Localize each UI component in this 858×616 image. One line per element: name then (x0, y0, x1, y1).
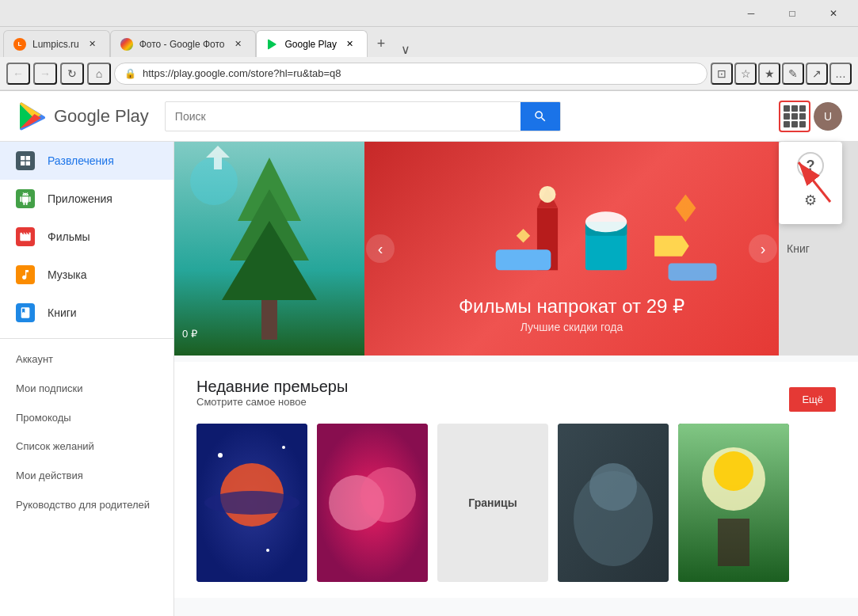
more-options-button[interactable]: … (829, 63, 852, 85)
movie-card-3[interactable]: Границы (437, 424, 548, 582)
title-bar: ─ □ ✕ (0, 0, 858, 27)
reading-view-button[interactable]: ⊡ (711, 63, 733, 85)
premieres-section: Недавние премьеры Смотрите самое новое Е… (174, 362, 858, 598)
sidebar-link-activity[interactable]: Мои действия (0, 462, 174, 491)
sidebar-link-parental[interactable]: Руководство для родителей (0, 491, 174, 520)
svg-point-32 (714, 451, 753, 491)
tab-photos[interactable]: Фото - Google Фото ✕ (110, 30, 256, 57)
banner-prev-button[interactable]: ‹ (366, 234, 395, 263)
svg-point-13 (585, 211, 627, 232)
banner-left-illustration (174, 142, 364, 356)
movie-thumb-2 (317, 424, 428, 582)
window-controls: ─ □ ✕ (733, 2, 852, 25)
back-button[interactable]: ← (6, 63, 30, 85)
tab-lumpics[interactable]: L Lumpics.ru ✕ (3, 30, 110, 57)
omnibar: ← → ↻ ⌂ 🔒 https://play.google.com/store?… (0, 57, 858, 90)
share-button[interactable]: ✎ (782, 63, 804, 85)
svg-point-20 (204, 491, 299, 515)
favicon-lumpics-icon: L (13, 38, 26, 51)
google-apps-button[interactable] (779, 101, 810, 132)
movie-thumb-1 (196, 424, 307, 582)
movie-card-2[interactable] (317, 424, 428, 582)
sidebar-link-subscriptions[interactable]: Мои подписки (0, 375, 174, 404)
lock-icon: 🔒 (124, 68, 136, 79)
main-area: Развлечения Приложения Фильмы Музыка (0, 142, 858, 616)
music-svg-icon (19, 268, 32, 281)
share2-button[interactable]: ↗ (806, 63, 828, 85)
tab-dropdown-button[interactable]: ∨ (395, 42, 417, 57)
sidebar-entertainment-label: Развлечения (48, 154, 114, 167)
settings-icon: ⚙ (796, 186, 825, 215)
home-button[interactable]: ⌂ (87, 63, 111, 85)
tab-photos-close[interactable]: ✕ (231, 37, 246, 51)
page-content: Google Play (0, 91, 858, 616)
grid-dot-4 (784, 113, 790, 120)
grid-dot-9 (799, 121, 806, 127)
minimize-button[interactable]: ─ (733, 2, 769, 25)
movies-grid: Границы (196, 424, 836, 582)
banner-left-panel: 0 ₽ (174, 142, 364, 356)
sidebar-link-account[interactable]: Аккаунт (0, 345, 174, 375)
more-button[interactable]: Ещё (789, 387, 836, 412)
dropdown-help-item[interactable]: ? (779, 148, 842, 183)
banner-illustration (364, 142, 779, 316)
dropdown-settings-item[interactable]: ⚙ (779, 183, 842, 218)
movie-5-illustration (678, 424, 789, 582)
search-bar[interactable] (165, 101, 561, 131)
sidebar-item-music[interactable]: Музыка (0, 256, 174, 294)
omnibar-right: ⊡ ☆ ★ ✎ ↗ … (711, 63, 852, 85)
user-avatar[interactable]: U (814, 102, 842, 131)
grid-dot-8 (791, 121, 798, 127)
book-svg-icon (19, 306, 32, 319)
grid-dot-3 (799, 105, 806, 112)
movie-3-label: Границы (468, 496, 517, 509)
tab-bar: L Lumpics.ru ✕ Фото - Google Фото ✕ Goog… (0, 27, 858, 57)
forward-button[interactable]: → (33, 63, 57, 85)
grid-dot-5 (791, 113, 798, 120)
movie-card-1[interactable] (196, 424, 307, 582)
movie-icon (16, 227, 35, 246)
sidebar-item-books[interactable]: Книги (0, 294, 174, 332)
movie-card-4[interactable] (558, 424, 669, 582)
grid-dot-7 (784, 121, 790, 127)
tab-lumpics-close[interactable]: ✕ (86, 37, 100, 51)
content-area: 0 ₽ (174, 142, 858, 616)
svg-point-26 (360, 467, 416, 523)
android-svg-icon (19, 192, 32, 205)
section-title: Недавние премьеры (196, 378, 348, 396)
movie-svg-icon (19, 230, 32, 243)
svg-point-29 (589, 463, 637, 511)
svg-rect-17 (669, 264, 717, 281)
grid-dot-1 (784, 105, 790, 112)
new-tab-button[interactable]: + (368, 30, 395, 57)
movie-4-illustration (558, 424, 669, 582)
hub-button[interactable]: ★ (758, 63, 780, 85)
banner-next-button[interactable]: › (749, 234, 777, 263)
sidebar-item-entertainment[interactable]: Развлечения (0, 142, 174, 180)
refresh-button[interactable]: ↻ (60, 63, 84, 85)
banner-text: Фильмы напрокат от 29 ₽ Лучшие скидки го… (459, 295, 684, 333)
grid-sidebar-icon (19, 154, 32, 167)
search-button[interactable] (521, 101, 560, 131)
movie-card-5[interactable] (678, 424, 789, 582)
svg-rect-14 (496, 249, 551, 270)
address-bar[interactable]: 🔒 https://play.google.com/store?hl=ru&ta… (114, 63, 707, 85)
sidebar-movies-label: Фильмы (48, 230, 90, 243)
movie-thumb-4 (558, 424, 669, 582)
tab-play-close[interactable]: ✕ (343, 37, 357, 51)
favorites-button[interactable]: ☆ (734, 63, 757, 85)
sidebar-item-apps[interactable]: Приложения (0, 180, 174, 218)
tab-play[interactable]: Google Play ✕ (256, 30, 368, 57)
sidebar-item-movies[interactable]: Фильмы (0, 218, 174, 256)
close-button[interactable]: ✕ (815, 2, 852, 25)
banner-subtitle: Лучшие скидки года (459, 321, 684, 333)
header-right: U (779, 101, 842, 132)
avatar-image: U (814, 102, 842, 131)
sidebar-apps-label: Приложения (48, 192, 112, 205)
sidebar-link-promo[interactable]: Промокоды (0, 404, 174, 433)
search-input[interactable] (166, 110, 521, 123)
search-icon (533, 109, 547, 124)
banner-title: Фильмы напрокат от 29 ₽ (459, 295, 684, 318)
maximize-button[interactable]: □ (774, 2, 810, 25)
sidebar-link-wishlist[interactable]: Список желаний (0, 432, 174, 462)
